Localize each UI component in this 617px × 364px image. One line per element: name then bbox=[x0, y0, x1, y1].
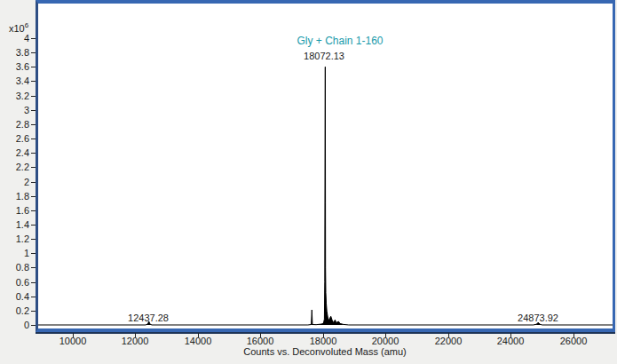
y-tick-label: 2.4 bbox=[0, 147, 29, 158]
y-axis-scale-label: x106 bbox=[9, 21, 28, 34]
y-tick-label: 3.6 bbox=[0, 61, 29, 72]
x-tick-label: 20000 bbox=[372, 336, 399, 346]
y-tick-label: 2.6 bbox=[0, 133, 29, 144]
x-tick-label: 24000 bbox=[497, 336, 525, 346]
y-tick-label: 1.2 bbox=[0, 233, 29, 244]
x-tick-label: 16000 bbox=[247, 336, 274, 346]
x-axis-title: Counts vs. Deconvoluted Mass (amu) bbox=[243, 346, 406, 357]
y-tick-label: 1.6 bbox=[0, 205, 29, 216]
plot-canvas[interactable]: Gly + Chain 1-16018072.1312437.2824873.9… bbox=[38, 4, 613, 328]
y-tick-label: 0.6 bbox=[0, 277, 29, 288]
y-tick-label: 3.4 bbox=[0, 75, 29, 86]
y-tick-label: 1.4 bbox=[0, 219, 29, 230]
y-tick-label: 1 bbox=[0, 248, 29, 258]
y-tick-label: 2.8 bbox=[0, 119, 29, 130]
y-tick-label: 0.4 bbox=[0, 291, 29, 302]
annotation-peak-mass-18072: 18072.13 bbox=[304, 51, 344, 61]
y-tick-label: 3.2 bbox=[0, 91, 29, 101]
y-tick-label: 0.8 bbox=[0, 262, 29, 273]
scale-exponent: 6 bbox=[25, 21, 28, 29]
y-tick-label: 2.2 bbox=[0, 162, 29, 172]
plot-area[interactable]: Gly + Chain 1-16018072.1312437.2824873.9… bbox=[36, 0, 615, 332]
deconvoluted-spectrum-pane: x106 00.20.40.60.811.21.41.61.822.22.42.… bbox=[0, 0, 617, 364]
x-tick-label: 18000 bbox=[310, 336, 337, 346]
spectrum-trace-line bbox=[38, 67, 613, 325]
x-tick-label: 14000 bbox=[185, 336, 212, 346]
scale-base: x10 bbox=[9, 23, 25, 34]
x-tick-label: 12000 bbox=[122, 336, 149, 346]
y-tick-label: 3 bbox=[0, 105, 29, 115]
x-tick-label: 26000 bbox=[560, 336, 588, 346]
y-tick-label: 0.2 bbox=[0, 305, 29, 316]
y-tick-label: 0 bbox=[0, 320, 29, 330]
y-tick-label: 3.8 bbox=[0, 47, 29, 58]
y-tick-label: 1.8 bbox=[0, 191, 29, 202]
y-tick-label: 4 bbox=[0, 33, 29, 44]
y-tick-label: 2 bbox=[0, 177, 29, 187]
annotation-peak-mass-24873: 24873.92 bbox=[518, 313, 558, 323]
x-tick-label: 22000 bbox=[435, 336, 463, 346]
x-tick-label: 10000 bbox=[59, 336, 87, 346]
annotation-peak-mass-12437: 12437.28 bbox=[128, 313, 169, 323]
annotation-compound-label: Gly + Chain 1-160 bbox=[297, 36, 383, 46]
